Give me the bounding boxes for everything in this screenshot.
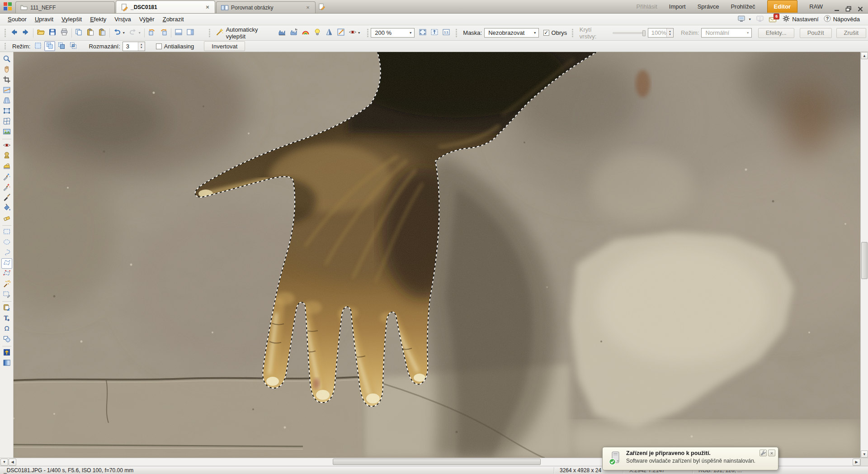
rotate-left-button[interactable]	[146, 28, 157, 38]
photo-canvas[interactable]	[14, 52, 860, 458]
menu-upravit[interactable]: Upravit	[31, 14, 57, 24]
menu-vrstva[interactable]: Vrstva	[110, 14, 135, 24]
paste-button[interactable]	[85, 28, 96, 38]
scroll-up-icon[interactable]: ▲	[861, 52, 868, 59]
menu-soubor[interactable]: Soubor	[4, 14, 31, 24]
module-prohl-e[interactable]: Prohlížeč	[731, 3, 755, 10]
histogram-button[interactable]	[277, 28, 288, 38]
blend-mode-combo[interactable]: Normální ▼	[701, 28, 751, 38]
lamp-button[interactable]	[312, 28, 323, 38]
paste-special-button[interactable]	[97, 28, 108, 38]
module-spr-vce[interactable]: Správce	[698, 3, 719, 10]
filmstrip-button[interactable]	[173, 28, 184, 38]
notification-close-button[interactable]: ×	[768, 450, 775, 456]
rect-select-tool[interactable]	[1, 227, 12, 237]
second-monitor-button[interactable]: 2	[756, 14, 764, 24]
vertical-scroll-thumb[interactable]	[861, 242, 868, 279]
ellipse-select-tool[interactable]	[1, 237, 12, 248]
fit-width-button[interactable]	[429, 28, 440, 38]
gradient-tool[interactable]	[1, 358, 12, 369]
lasso-tool[interactable]	[1, 248, 12, 258]
spinner-arrows-icon[interactable]: ▲▼	[138, 42, 145, 51]
tab-porovnat-obr-zky[interactable]: Porovnat obrázky×	[216, 1, 316, 13]
display-settings-button[interactable]: ▼	[737, 14, 751, 24]
text-tool[interactable]: T	[1, 313, 12, 324]
eraser-tool[interactable]	[1, 213, 12, 224]
module-raw[interactable]: RAW	[809, 3, 823, 10]
antialias-checkbox[interactable]	[156, 43, 162, 49]
selection-brush-tool[interactable]	[1, 289, 12, 300]
zoom-level-combo[interactable]: 200 % ▼	[371, 28, 415, 38]
antialias-checkbox-row[interactable]: Antialiasing	[156, 43, 194, 50]
restore-button[interactable]	[844, 5, 854, 13]
mode-add-button[interactable]	[44, 41, 55, 51]
image-tool[interactable]	[1, 127, 12, 137]
symbol-tool[interactable]: Ω	[1, 324, 12, 334]
scroll-left-icon[interactable]: ◀	[9, 459, 16, 466]
scroll-down-icon[interactable]: ▼	[861, 450, 868, 458]
help-button[interactable]: ?Nápověda	[823, 14, 860, 24]
mesh-warp-tool[interactable]	[1, 117, 12, 127]
transform-tool[interactable]	[1, 106, 12, 117]
feather-spinner[interactable]: 3 ▲▼	[123, 42, 145, 51]
rotate-right-button[interactable]	[158, 28, 169, 38]
zoom-tool[interactable]	[1, 54, 12, 65]
back-button[interactable]	[9, 28, 19, 38]
menu-v-b-r[interactable]: Výběr	[135, 14, 159, 24]
layer-opacity-spinner[interactable]: 100% ▲▼	[648, 28, 674, 38]
print-button[interactable]	[59, 28, 70, 38]
scroll-menu-icon[interactable]: ▼	[0, 459, 8, 466]
module-editor[interactable]: Editor	[767, 0, 798, 13]
menu-vylep-it[interactable]: Vylepšit	[57, 14, 86, 24]
paint-brush-tool[interactable]	[1, 193, 12, 203]
vertical-scrollbar[interactable]: ▲ ▼	[860, 52, 868, 458]
settings-button[interactable]: Nastavení	[782, 14, 819, 24]
tab-close-icon[interactable]: ×	[204, 4, 211, 10]
iron-tool[interactable]	[1, 161, 12, 172]
horizontal-scroll-thumb[interactable]	[333, 459, 541, 465]
spinner-arrows-icon[interactable]: ▲▼	[666, 28, 673, 37]
scroll-right-icon[interactable]: ▶	[853, 459, 860, 466]
tab-dsc0181[interactable]: _DSC0181×	[116, 0, 215, 13]
apply-button[interactable]: Použít	[800, 28, 832, 38]
outline-checkbox[interactable]: ✓	[543, 30, 549, 36]
red-eye-button[interactable]: ▼	[347, 28, 362, 38]
sharpen-button[interactable]	[324, 28, 335, 38]
cancel-button[interactable]: Zrušit	[836, 28, 867, 38]
outline-checkbox-row[interactable]: ✓ Obrys	[543, 29, 567, 36]
menu-efekty[interactable]: Efekty	[86, 14, 110, 24]
magic-wand-tool[interactable]	[1, 279, 12, 289]
open-button[interactable]	[35, 28, 46, 38]
polygon-lasso-tool[interactable]	[1, 258, 12, 269]
grad-arrow-tool[interactable]	[1, 348, 12, 358]
minimize-button[interactable]	[832, 5, 842, 13]
forward-button[interactable]	[20, 28, 31, 38]
mode-intersect-button[interactable]	[68, 41, 79, 51]
one-to-one-button[interactable]: 1:1	[441, 28, 452, 38]
shapes-tool[interactable]	[1, 334, 12, 345]
clone-stamp-tool[interactable]	[1, 151, 12, 161]
straighten-tool[interactable]	[1, 85, 12, 96]
auto-enhance-button[interactable]: Automaticky vylepšit	[213, 25, 277, 41]
messages-button[interactable]: 6	[769, 15, 778, 24]
redo-button[interactable]: ▼	[127, 28, 142, 38]
magnetic-lasso-tool[interactable]	[1, 269, 12, 279]
copy-button[interactable]	[73, 28, 84, 38]
mode-replace-button[interactable]	[33, 41, 43, 51]
notification-tools-button[interactable]	[760, 450, 767, 456]
mode-subtract-button[interactable]	[56, 41, 67, 51]
fill-tool[interactable]	[1, 203, 12, 213]
paste-layer-tool[interactable]	[1, 303, 12, 313]
fit-screen-button[interactable]	[417, 28, 428, 38]
colors-button[interactable]	[300, 28, 311, 38]
retouch-brush-tool[interactable]	[1, 182, 12, 193]
close-button[interactable]	[855, 5, 865, 13]
perspective-tool[interactable]	[1, 96, 12, 106]
straighten-diag-button[interactable]	[335, 28, 346, 38]
mask-mode-combo[interactable]: Nezobrazovat ▼	[484, 28, 538, 38]
tab-close-icon[interactable]: ×	[305, 4, 311, 11]
side-panel-button[interactable]	[185, 28, 196, 38]
pan-tool[interactable]	[1, 65, 12, 75]
invert-selection-button[interactable]: Invertovat	[204, 41, 245, 51]
effects-button[interactable]: Efekty...	[758, 28, 794, 38]
